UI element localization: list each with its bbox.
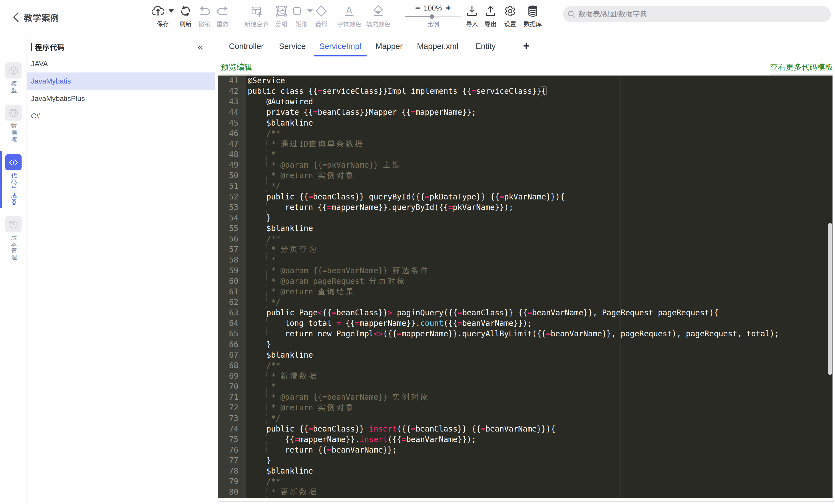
toolbar-button-label: 分组	[276, 19, 288, 28]
code-line-74: 74 public {{=beanClass}} insert({{=beanC…	[218, 424, 833, 434]
gear-icon	[504, 5, 516, 17]
tab-serviceimpl[interactable]: ServiceImpl	[319, 42, 361, 51]
toolbar-diamond-button[interactable]: 菱形	[315, 5, 328, 28]
tab-mapperxml[interactable]: Mapper.xml	[417, 42, 459, 51]
code-line-71: 71 * @param {{=beanVarName}} 实例对象	[218, 392, 833, 402]
line-number: 49	[218, 160, 238, 170]
divider	[305, 8, 306, 14]
line-number: 71	[218, 392, 238, 402]
panel-item-javamybatis[interactable]: JavaMybatis	[27, 73, 215, 90]
zoom-slider-fill	[405, 16, 432, 17]
preview-edit-link[interactable]: 预览编辑	[221, 61, 252, 75]
editor-scrollbar-thumb[interactable]	[828, 223, 832, 375]
code-editor[interactable]: 41@Service42public class {{=serviceClass…	[218, 76, 833, 498]
toolbar-database-button[interactable]: 数据库	[524, 5, 542, 28]
active-rail-indicator	[0, 151, 2, 208]
tab-bar: ControllerServiceServiceImplMapperMapper…	[216, 36, 835, 57]
panel-title-bar	[31, 43, 32, 51]
toolbar-button-label: 矩形	[296, 19, 308, 28]
toolbar-button-label: 导入	[466, 19, 478, 28]
search-input[interactable]	[578, 10, 828, 19]
zoom-value: 100%	[424, 4, 442, 13]
rail-item-version[interactable]: 版本管理	[0, 216, 27, 261]
tab-mapper[interactable]: Mapper	[375, 42, 403, 51]
panel-item-c[interactable]: C#	[27, 107, 215, 125]
toolbar-fill-color-button[interactable]: 填充颜色	[366, 5, 390, 28]
line-number: 58	[218, 255, 238, 265]
code-line-66: 66 }	[218, 339, 833, 350]
search-box[interactable]	[563, 6, 831, 22]
toolbar-rect-button[interactable]: 矩形	[291, 5, 313, 28]
line-number: 74	[218, 424, 238, 434]
toolbar-refresh-button[interactable]: 刷新	[179, 5, 192, 28]
zoom-slider[interactable]	[405, 16, 461, 17]
toolbar-button-label: 新建空表	[244, 19, 269, 28]
toolbar-button-label: 保存	[157, 19, 169, 28]
toolbar-group-button[interactable]: 分组	[275, 5, 288, 28]
code-line-59: 59 * @param {{=beanVarName}} 筛选条件	[218, 265, 833, 276]
fill-color-icon	[372, 5, 385, 17]
line-number: 75	[218, 434, 238, 445]
toolbar-save-button[interactable]: 保存	[152, 5, 174, 28]
toolbar-font-color-button[interactable]: 字体颜色	[337, 5, 361, 28]
line-number: 73	[218, 413, 238, 424]
panel-item-java[interactable]: JAVA	[27, 55, 215, 73]
line-number: 59	[218, 265, 238, 276]
zoom-in-button[interactable]: +	[445, 4, 451, 12]
code-line-43: 43 @Autowired	[218, 97, 833, 107]
active-tab-underline	[314, 55, 367, 56]
toolbar-export-button[interactable]: 导出	[484, 5, 497, 28]
code-line-63: 63 public Page<{{=beanClass}}> paginQuer…	[218, 308, 833, 318]
line-number: 45	[218, 118, 238, 128]
code-line-54: 54 }	[218, 213, 833, 223]
page-title: 教学案例	[24, 11, 59, 23]
rail-item-code-generator[interactable]: 代码生成器	[0, 154, 27, 205]
line-number: 53	[218, 202, 238, 213]
toolbar-import-button[interactable]: 导入	[466, 5, 478, 28]
toolbar-undo-button[interactable]: 撤销	[198, 5, 211, 28]
line-number: 47	[218, 139, 238, 149]
toolbar-settings-button[interactable]: 设置	[504, 5, 516, 28]
zoom-out-button[interactable]: −	[415, 4, 420, 12]
line-number: 62	[218, 297, 238, 308]
line-number: 69	[218, 371, 238, 381]
collapse-panel-button[interactable]: «	[198, 42, 209, 52]
group-select-icon	[275, 5, 288, 17]
panel-item-javamybatisplus[interactable]: JavaMybatisPlus	[27, 90, 215, 107]
toolbar-button-label: 撤销	[199, 19, 211, 28]
code-line-79: 79 /**	[218, 476, 833, 487]
rail-item-data-domain[interactable]: 数据域	[0, 104, 27, 143]
add-tab-button[interactable]: +	[523, 40, 529, 52]
rail-item-label: 代码生成器	[9, 172, 18, 205]
globe-icon	[5, 104, 22, 121]
caret-down-icon[interactable]	[307, 9, 313, 13]
code-line-52: 52 public {{=beanClass}} queryById({{=pk…	[218, 192, 833, 202]
back-button[interactable]: 教学案例	[12, 9, 59, 25]
toolbar-button-label: 字体颜色	[337, 19, 361, 28]
app-header: 教学案例 保存刷新撤销重做新建空表分组矩形菱形字体颜色填充颜色 − 100% +…	[0, 0, 835, 35]
code-line-56: 56 /**	[218, 234, 833, 244]
line-number: 60	[218, 276, 238, 287]
line-number: 70	[218, 381, 238, 392]
tab-entity[interactable]: Entity	[475, 42, 496, 51]
line-number: 57	[218, 244, 238, 255]
import-icon	[466, 5, 478, 17]
tab-controller[interactable]: Controller	[229, 42, 264, 51]
code-line-50: 50 * @return 实例对象	[218, 170, 833, 181]
code-line-73: 73 */	[218, 413, 833, 424]
code-line-64: 64 long total = {{=mapperName}}.count({{…	[218, 318, 833, 329]
caret-down-icon[interactable]	[169, 9, 174, 13]
code-line-57: 57 * 分页查询	[218, 244, 833, 255]
line-number: 80	[218, 487, 238, 497]
more-templates-link[interactable]: 查看更多代码模板	[770, 61, 833, 75]
editor-bottom-border	[218, 501, 834, 502]
tab-service[interactable]: Service	[279, 42, 306, 51]
line-number: 48	[218, 149, 238, 160]
rail-item-model[interactable]: 模型	[0, 62, 27, 94]
code-line-75: 75 {{=mapperName}}.insert({{=beanVarName…	[218, 434, 833, 445]
toolbar-new-table-button[interactable]: 新建空表	[244, 5, 269, 28]
toolbar-redo-button[interactable]: 重做	[216, 5, 229, 28]
line-number: 56	[218, 234, 238, 244]
zoom-slider-knob[interactable]	[430, 14, 434, 19]
code-line-53: 53 return {{=mapperName}}.queryById({{=p…	[218, 202, 833, 213]
